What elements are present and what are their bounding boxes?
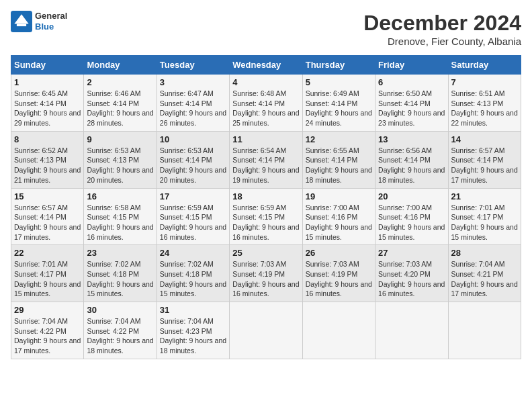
day-number: 10	[160, 134, 226, 144]
day-detail: Sunrise: 7:01 AMSunset: 4:17 PMDaylight:…	[451, 203, 518, 242]
day-detail: Sunrise: 6:45 AMSunset: 4:14 PMDaylight:…	[14, 89, 81, 128]
day-number: 4	[232, 77, 299, 87]
day-detail: Sunrise: 7:02 AMSunset: 4:18 PMDaylight:…	[87, 259, 153, 299]
calendar-header-row: SundayMondayTuesdayWednesdayThursdayFrid…	[11, 56, 521, 75]
day-number: 6	[378, 77, 445, 87]
day-detail: Sunrise: 6:53 AMSunset: 4:13 PMDaylight:…	[87, 146, 153, 185]
day-number: 29	[14, 305, 81, 315]
calendar-cell: 28Sunrise: 7:04 AMSunset: 4:21 PMDayligh…	[448, 245, 521, 302]
day-detail: Sunrise: 6:57 AMSunset: 4:14 PMDaylight:…	[451, 146, 518, 185]
calendar-cell: 25Sunrise: 7:03 AMSunset: 4:19 PMDayligh…	[230, 245, 302, 302]
day-number: 8	[14, 134, 81, 144]
calendar-cell: 14Sunrise: 6:57 AMSunset: 4:14 PMDayligh…	[448, 131, 521, 188]
day-number: 7	[451, 77, 518, 87]
day-number: 30	[87, 305, 153, 315]
day-detail: Sunrise: 6:52 AMSunset: 4:13 PMDaylight:…	[14, 146, 81, 185]
day-detail: Sunrise: 6:54 AMSunset: 4:14 PMDaylight:…	[232, 146, 299, 185]
title-block: December 2024 Drenove, Fier County, Alba…	[363, 11, 521, 47]
day-detail: Sunrise: 7:03 AMSunset: 4:19 PMDaylight:…	[306, 259, 372, 299]
weekday-header-thursday: Thursday	[302, 56, 375, 75]
day-number: 9	[87, 134, 153, 144]
day-detail: Sunrise: 6:46 AMSunset: 4:14 PMDaylight:…	[87, 89, 153, 128]
day-number: 15	[14, 191, 81, 201]
day-detail: Sunrise: 7:02 AMSunset: 4:18 PMDaylight:…	[160, 259, 226, 299]
day-number: 18	[232, 191, 299, 201]
day-detail: Sunrise: 7:01 AMSunset: 4:17 PMDaylight:…	[14, 259, 81, 299]
svg-rect-2	[17, 24, 26, 27]
day-number: 11	[232, 134, 299, 144]
calendar-cell: 3Sunrise: 6:47 AMSunset: 4:14 PMDaylight…	[157, 75, 229, 132]
logo-general: General	[35, 11, 67, 21]
calendar-cell: 9Sunrise: 6:53 AMSunset: 4:13 PMDaylight…	[84, 131, 157, 188]
calendar-cell: 24Sunrise: 7:02 AMSunset: 4:18 PMDayligh…	[157, 245, 229, 302]
logo: General Blue	[11, 11, 67, 32]
day-number: 26	[306, 248, 372, 258]
page-header: General Blue December 2024 Drenove, Fier…	[11, 11, 521, 47]
day-number: 14	[451, 134, 518, 144]
weekday-header-wednesday: Wednesday	[230, 56, 302, 75]
calendar-cell	[448, 302, 521, 359]
day-detail: Sunrise: 7:04 AMSunset: 4:22 PMDaylight:…	[87, 316, 153, 356]
day-detail: Sunrise: 7:00 AMSunset: 4:16 PMDaylight:…	[378, 203, 445, 242]
calendar-cell: 5Sunrise: 6:49 AMSunset: 4:14 PMDaylight…	[302, 75, 375, 132]
calendar-cell: 27Sunrise: 7:03 AMSunset: 4:20 PMDayligh…	[375, 245, 448, 302]
day-detail: Sunrise: 7:03 AMSunset: 4:20 PMDaylight:…	[378, 259, 445, 299]
day-detail: Sunrise: 7:00 AMSunset: 4:16 PMDaylight:…	[306, 203, 372, 242]
calendar-cell: 29Sunrise: 7:04 AMSunset: 4:22 PMDayligh…	[11, 302, 84, 359]
day-detail: Sunrise: 7:04 AMSunset: 4:23 PMDaylight:…	[160, 316, 226, 356]
day-number: 27	[378, 248, 445, 258]
calendar-cell: 31Sunrise: 7:04 AMSunset: 4:23 PMDayligh…	[157, 302, 229, 359]
calendar-cell: 7Sunrise: 6:51 AMSunset: 4:13 PMDaylight…	[448, 75, 521, 132]
calendar-cell: 21Sunrise: 7:01 AMSunset: 4:17 PMDayligh…	[448, 188, 521, 245]
calendar-cell: 19Sunrise: 7:00 AMSunset: 4:16 PMDayligh…	[302, 188, 375, 245]
day-detail: Sunrise: 7:04 AMSunset: 4:22 PMDaylight:…	[14, 316, 81, 356]
weekday-header-tuesday: Tuesday	[157, 56, 229, 75]
day-number: 12	[306, 134, 372, 144]
location-text: Drenove, Fier County, Albania	[363, 36, 521, 47]
day-number: 23	[87, 248, 153, 258]
day-number: 25	[232, 248, 299, 258]
day-number: 17	[160, 191, 226, 201]
calendar-cell: 12Sunrise: 6:55 AMSunset: 4:14 PMDayligh…	[302, 131, 375, 188]
day-detail: Sunrise: 6:56 AMSunset: 4:14 PMDaylight:…	[378, 146, 445, 185]
calendar-cell: 30Sunrise: 7:04 AMSunset: 4:22 PMDayligh…	[84, 302, 157, 359]
calendar-cell: 22Sunrise: 7:01 AMSunset: 4:17 PMDayligh…	[11, 245, 84, 302]
calendar-cell: 1Sunrise: 6:45 AMSunset: 4:14 PMDaylight…	[11, 75, 84, 132]
calendar-cell: 8Sunrise: 6:52 AMSunset: 4:13 PMDaylight…	[11, 131, 84, 188]
calendar-cell: 18Sunrise: 6:59 AMSunset: 4:15 PMDayligh…	[230, 188, 302, 245]
calendar-cell: 13Sunrise: 6:56 AMSunset: 4:14 PMDayligh…	[375, 131, 448, 188]
day-number: 28	[451, 248, 518, 258]
day-detail: Sunrise: 6:49 AMSunset: 4:14 PMDaylight:…	[306, 89, 372, 128]
calendar-cell: 20Sunrise: 7:00 AMSunset: 4:16 PMDayligh…	[375, 188, 448, 245]
calendar-week-5: 29Sunrise: 7:04 AMSunset: 4:22 PMDayligh…	[11, 302, 521, 359]
calendar-cell: 2Sunrise: 6:46 AMSunset: 4:14 PMDaylight…	[84, 75, 157, 132]
day-detail: Sunrise: 6:58 AMSunset: 4:15 PMDaylight:…	[87, 203, 153, 242]
calendar-week-3: 15Sunrise: 6:57 AMSunset: 4:14 PMDayligh…	[11, 188, 521, 245]
day-detail: Sunrise: 6:50 AMSunset: 4:14 PMDaylight:…	[378, 89, 445, 128]
day-detail: Sunrise: 7:04 AMSunset: 4:21 PMDaylight:…	[451, 259, 518, 299]
calendar-cell: 11Sunrise: 6:54 AMSunset: 4:14 PMDayligh…	[230, 131, 302, 188]
day-detail: Sunrise: 6:47 AMSunset: 4:14 PMDaylight:…	[160, 89, 226, 128]
day-number: 20	[378, 191, 445, 201]
day-number: 19	[306, 191, 372, 201]
day-number: 5	[306, 77, 372, 87]
weekday-header-sunday: Sunday	[11, 56, 84, 75]
weekday-header-monday: Monday	[84, 56, 157, 75]
day-number: 2	[87, 77, 153, 87]
calendar-week-4: 22Sunrise: 7:01 AMSunset: 4:17 PMDayligh…	[11, 245, 521, 302]
day-detail: Sunrise: 6:48 AMSunset: 4:14 PMDaylight:…	[232, 89, 299, 128]
calendar-cell: 16Sunrise: 6:58 AMSunset: 4:15 PMDayligh…	[84, 188, 157, 245]
day-number: 13	[378, 134, 445, 144]
day-number: 1	[14, 77, 81, 87]
calendar-cell: 10Sunrise: 6:53 AMSunset: 4:14 PMDayligh…	[157, 131, 229, 188]
day-detail: Sunrise: 6:53 AMSunset: 4:14 PMDaylight:…	[160, 146, 226, 185]
calendar-cell: 23Sunrise: 7:02 AMSunset: 4:18 PMDayligh…	[84, 245, 157, 302]
weekday-header-saturday: Saturday	[448, 56, 521, 75]
logo-icon	[11, 11, 32, 32]
calendar-cell	[230, 302, 302, 359]
day-number: 16	[87, 191, 153, 201]
calendar-cell	[302, 302, 375, 359]
calendar-cell: 26Sunrise: 7:03 AMSunset: 4:19 PMDayligh…	[302, 245, 375, 302]
day-number: 24	[160, 248, 226, 258]
month-title: December 2024	[363, 11, 521, 36]
